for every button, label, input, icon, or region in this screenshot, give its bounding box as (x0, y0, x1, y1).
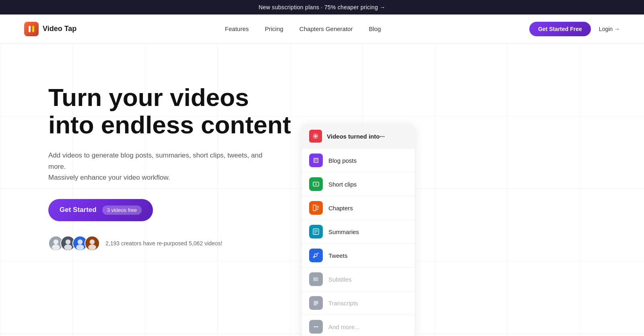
subtitles-icon (309, 272, 323, 286)
transcripts-icon (309, 296, 323, 310)
feature-item-and-more[interactable]: And more... (302, 315, 415, 336)
svg-rect-1 (32, 26, 34, 32)
hero-cta-label: Get Started (60, 206, 97, 214)
svg-point-12 (90, 239, 95, 245)
svg-point-13 (88, 245, 96, 250)
social-proof-text: 2,193 creators have re-purposed 5,062 vi… (105, 240, 222, 247)
nav-features[interactable]: Features (225, 25, 249, 32)
nav-pricing[interactable]: Pricing (265, 25, 283, 32)
svg-point-3 (54, 239, 59, 245)
and-more-icon (309, 320, 323, 334)
chapters-icon (309, 201, 323, 215)
feature-item-short-clips[interactable]: Short clips (302, 172, 415, 196)
feature-item-subtitles[interactable]: Subtitles (302, 268, 415, 291)
nav-chapters-generator[interactable]: Chapters Generator (299, 25, 353, 32)
svg-marker-17 (315, 183, 317, 185)
and-more-label: And more... (328, 324, 360, 330)
hero-title: Turn your videos into endless content (48, 84, 302, 139)
svg-point-20 (314, 326, 315, 328)
svg-point-21 (316, 326, 317, 328)
blog-posts-icon (309, 153, 323, 167)
logo-text: Video Tap (43, 25, 76, 33)
feature-header: Videos turned into··· (302, 124, 415, 149)
hero-section: Turn your videos into endless content Ad… (0, 44, 644, 336)
feature-item-blog-posts[interactable]: Blog posts (302, 149, 415, 172)
svg-rect-18 (313, 205, 316, 211)
avatar-4 (85, 236, 100, 251)
hero-right: Videos turned into··· Blog posts (302, 44, 431, 336)
feature-card: Videos turned into··· Blog posts (302, 124, 415, 336)
hero-cta-badge: 3 videos free (102, 205, 142, 215)
svg-point-4 (52, 245, 60, 250)
feature-item-summaries[interactable]: Summaries (302, 220, 415, 244)
transcripts-label: Transcripts (328, 300, 358, 307)
summaries-icon (309, 225, 323, 239)
short-clips-label: Short clips (328, 181, 357, 188)
nav-cta-button[interactable]: Get Started Free (529, 22, 591, 36)
login-link[interactable]: Login → (599, 26, 620, 32)
svg-point-7 (64, 245, 72, 250)
logo-link[interactable]: Video Tap (24, 22, 76, 36)
nav-links: Features Pricing Chapters Generator Blog (225, 25, 381, 33)
social-proof: 2,193 creators have re-purposed 5,062 vi… (48, 236, 302, 251)
tweets-label: Tweets (328, 252, 348, 259)
logo-icon (24, 22, 39, 36)
nav-right: Get Started Free Login → (529, 22, 620, 36)
feature-item-transcripts[interactable]: Transcripts (302, 291, 415, 315)
subtitles-label: Subtitles (328, 276, 352, 283)
svg-point-10 (76, 245, 84, 250)
nav-blog[interactable]: Blog (369, 25, 381, 32)
chapters-label: Chapters (328, 205, 353, 212)
tweets-icon (309, 249, 323, 262)
feature-item-tweets[interactable]: Tweets (302, 244, 415, 268)
summaries-label: Summaries (328, 228, 359, 235)
blog-posts-label: Blog posts (328, 157, 357, 164)
banner-text: New subscription plans · 75% cheaper pri… (259, 4, 386, 10)
avatar-group (48, 236, 100, 251)
hero-subtitle: Add videos to generate blog posts, summa… (48, 150, 274, 183)
svg-rect-0 (29, 26, 31, 32)
feature-item-chapters[interactable]: Chapters (302, 196, 415, 220)
video-icon (309, 130, 322, 143)
announcement-banner[interactable]: New subscription plans · 75% cheaper pri… (0, 0, 644, 15)
svg-point-22 (317, 326, 318, 328)
svg-point-6 (66, 239, 71, 245)
hero-left: Turn your videos into endless content Ad… (0, 44, 302, 336)
feature-header-text: Videos turned into··· (327, 133, 385, 140)
short-clips-icon (309, 177, 323, 191)
svg-point-9 (78, 239, 83, 245)
hero-cta-button[interactable]: Get Started 3 videos free (48, 199, 153, 221)
navbar: Video Tap Features Pricing Chapters Gene… (0, 15, 644, 44)
